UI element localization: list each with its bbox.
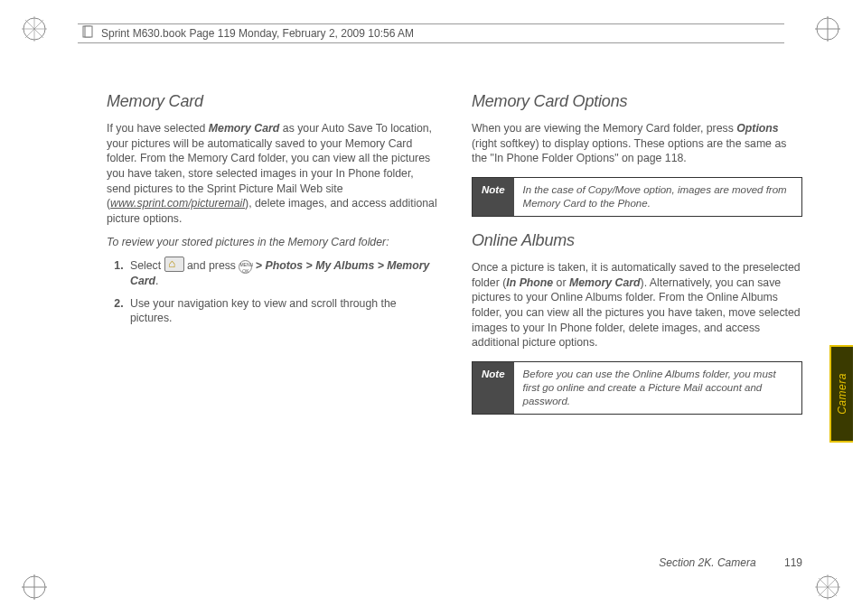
page-number: 119 <box>784 556 802 569</box>
steps-list: Select and press MENU OK > Photos > My A… <box>107 257 437 326</box>
svg-rect-17 <box>85 26 92 37</box>
framemaker-header: Sprint M630.book Page 119 Monday, Februa… <box>78 23 784 43</box>
note-label: Note <box>473 178 514 216</box>
header-text: Sprint M630.book Page 119 Monday, Februa… <box>101 25 414 42</box>
heading-memory-card-options: Memory Card Options <box>472 90 802 112</box>
step-1: Select and press MENU OK > Photos > My A… <box>126 257 437 289</box>
heading-memory-card: Memory Card <box>107 90 437 112</box>
page-body: Memory Card If you have selected Memory … <box>107 90 802 580</box>
note-box: Note In the case of Copy/Move option, im… <box>472 177 802 217</box>
heading-online-albums: Online Albums <box>472 229 802 251</box>
note-body: Before you can use the Online Albums fol… <box>514 362 801 414</box>
note-box: Note Before you can use the Online Album… <box>472 361 802 415</box>
footer-section: Section 2K. Camera <box>659 556 755 569</box>
note-body: In the case of Copy/Move option, images … <box>514 178 801 216</box>
home-key-icon <box>164 257 184 272</box>
section-tab-label: Camera <box>836 373 848 415</box>
section-tab: Camera <box>829 345 853 443</box>
paragraph: When you are viewing the Memory Card fol… <box>472 121 802 166</box>
crop-mark-icon <box>22 16 47 42</box>
crop-mark-icon <box>22 574 47 600</box>
step-2: Use your navigation key to view and scro… <box>126 296 437 326</box>
crop-mark-icon <box>815 16 840 42</box>
paragraph: Once a picture is taken, it is automatic… <box>472 260 802 350</box>
menu-ok-key-icon: MENU OK <box>239 260 252 274</box>
note-label: Note <box>473 362 514 414</box>
subheading: To review your stored pictures in the Me… <box>107 235 437 250</box>
crop-mark-icon <box>815 574 840 600</box>
page-icon <box>81 25 94 42</box>
page-footer: Section 2K. Camera 119 <box>659 556 802 569</box>
paragraph: If you have selected Memory Card as your… <box>107 121 437 226</box>
right-column: Memory Card Options When you are viewing… <box>472 90 802 427</box>
left-column: Memory Card If you have selected Memory … <box>107 90 437 427</box>
